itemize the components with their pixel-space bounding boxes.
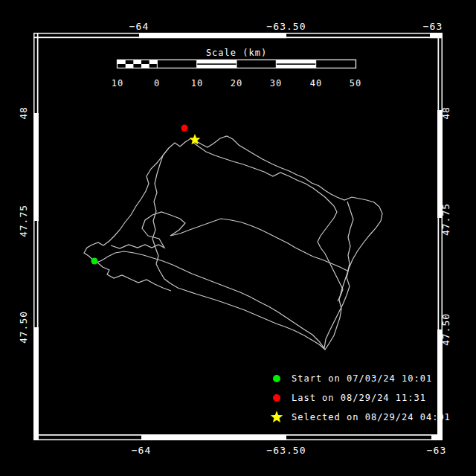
legend: Start on 07/03/24 10:01 Last on 08/29/24… bbox=[271, 373, 451, 422]
right-axis-label: 47.50 bbox=[440, 313, 451, 346]
frame-bottom-band bbox=[141, 435, 286, 441]
left-axis-label: 47.50 bbox=[18, 311, 29, 344]
circle-marker-glyph bbox=[273, 394, 280, 402]
scale-tick-label: 50 bbox=[350, 78, 361, 89]
map-canvas: −64 −63.50 −63 −64 −63.50 −63 48 47.75 4… bbox=[0, 0, 476, 476]
scale-tick-label: 40 bbox=[310, 78, 322, 89]
scale-cell bbox=[126, 64, 134, 68]
scale-cell bbox=[141, 64, 149, 68]
frame-left-band bbox=[33, 113, 39, 221]
frame-left-band bbox=[33, 327, 39, 440]
legend-start-icon bbox=[273, 375, 280, 382]
circle-marker-glyph bbox=[273, 375, 280, 382]
scale-segment-stripe bbox=[197, 63, 237, 65]
bottom-axis-label: −63 bbox=[427, 445, 446, 456]
last-marker bbox=[181, 125, 188, 132]
left-axis-label: 47.75 bbox=[18, 205, 29, 237]
top-axis-label: −63.50 bbox=[267, 21, 306, 32]
right-axis-label: 48 bbox=[440, 106, 451, 120]
circle-marker-glyph bbox=[91, 258, 98, 265]
scale-cell bbox=[149, 60, 158, 64]
scale-cell bbox=[118, 60, 126, 64]
scale-segment-stripe bbox=[276, 63, 315, 65]
start-marker bbox=[91, 258, 98, 265]
top-axis-label: −64 bbox=[129, 21, 149, 32]
frame-top-band bbox=[430, 33, 443, 38]
scale-tick-label: 30 bbox=[270, 78, 282, 89]
scale-tick-label: 10 bbox=[191, 78, 203, 89]
scale-tick-label: 20 bbox=[231, 78, 242, 89]
circle-marker-glyph bbox=[181, 125, 188, 132]
legend-selected-label: Selected on 08/29/24 04:01 bbox=[292, 412, 451, 422]
top-axis-label: −63 bbox=[423, 21, 443, 32]
background bbox=[0, 0, 476, 476]
right-axis-label: 47.75 bbox=[440, 203, 451, 236]
bottom-axis-label: −63.50 bbox=[267, 445, 306, 456]
legend-start-label: Start on 07/03/24 10:01 bbox=[292, 373, 432, 384]
scale-bar-title: Scale (km) bbox=[206, 48, 267, 58]
legend-last-icon bbox=[273, 394, 280, 402]
frame-right-band bbox=[437, 110, 443, 218]
scale-cell bbox=[133, 60, 141, 64]
frame-top-band bbox=[139, 33, 286, 38]
scale-tick-label: 0 bbox=[154, 78, 160, 89]
left-axis-label: 48 bbox=[18, 106, 29, 120]
legend-last-label: Last on 08/29/24 11:31 bbox=[292, 393, 426, 403]
bottom-axis-label: −64 bbox=[132, 445, 151, 456]
scale-tick-label: 10 bbox=[112, 78, 123, 89]
